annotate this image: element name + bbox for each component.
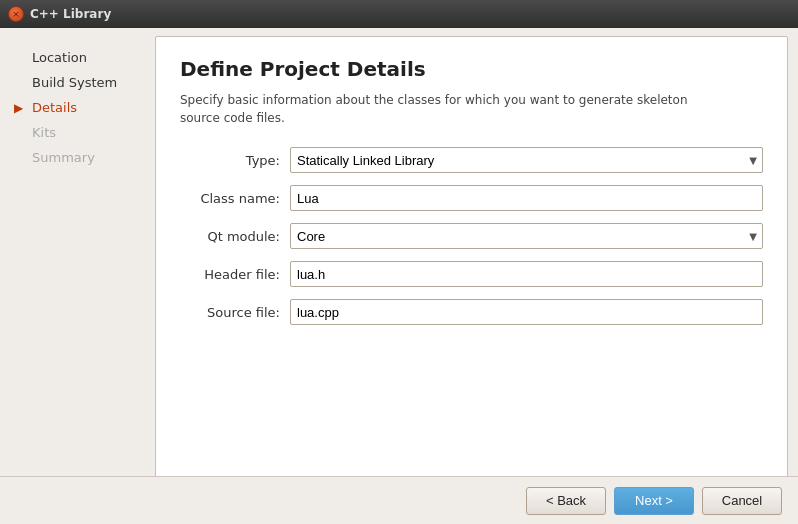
sidebar-item-summary: Summary bbox=[10, 148, 145, 167]
source-file-input[interactable] bbox=[290, 299, 763, 325]
back-button[interactable]: < Back bbox=[526, 487, 606, 515]
qt-module-label: Qt module: bbox=[180, 229, 290, 244]
window-title: C++ Library bbox=[30, 7, 790, 21]
content-panel: Define Project Details Specify basic inf… bbox=[155, 36, 788, 516]
page-title: Define Project Details bbox=[180, 57, 763, 81]
type-label: Type: bbox=[180, 153, 290, 168]
type-select[interactable]: Statically Linked Library bbox=[290, 147, 763, 173]
class-name-label: Class name: bbox=[180, 191, 290, 206]
sidebar-item-kits-label: Kits bbox=[32, 125, 56, 140]
cancel-button[interactable]: Cancel bbox=[702, 487, 782, 515]
main-container: Location Build System ▶ Details Kits Sum… bbox=[0, 28, 798, 524]
qt-module-select[interactable]: Core bbox=[290, 223, 763, 249]
sidebar-item-location[interactable]: Location bbox=[10, 48, 145, 67]
sidebar-item-details-label: Details bbox=[32, 100, 77, 115]
sidebar-item-build-system[interactable]: Build System bbox=[10, 73, 145, 92]
sidebar-item-build-system-label: Build System bbox=[32, 75, 117, 90]
sidebar-item-location-label: Location bbox=[32, 50, 87, 65]
sidebar-item-kits: Kits bbox=[10, 123, 145, 142]
footer: < Back Next > Cancel bbox=[0, 476, 798, 524]
sidebar: Location Build System ▶ Details Kits Sum… bbox=[0, 28, 155, 524]
header-file-label: Header file: bbox=[180, 267, 290, 282]
page-description: Specify basic information about the clas… bbox=[180, 91, 710, 127]
qt-module-select-wrapper: Core ▼ bbox=[290, 223, 763, 249]
close-button[interactable]: × bbox=[8, 6, 24, 22]
type-select-wrapper: Statically Linked Library ▼ bbox=[290, 147, 763, 173]
header-file-input[interactable] bbox=[290, 261, 763, 287]
form: Type: Statically Linked Library ▼ Class … bbox=[180, 147, 763, 325]
active-arrow-icon: ▶ bbox=[14, 101, 28, 115]
sidebar-item-details[interactable]: ▶ Details bbox=[10, 98, 145, 117]
sidebar-item-summary-label: Summary bbox=[32, 150, 95, 165]
titlebar: × C++ Library bbox=[0, 0, 798, 28]
close-icon: × bbox=[12, 9, 20, 19]
class-name-input[interactable] bbox=[290, 185, 763, 211]
next-button[interactable]: Next > bbox=[614, 487, 694, 515]
source-file-label: Source file: bbox=[180, 305, 290, 320]
